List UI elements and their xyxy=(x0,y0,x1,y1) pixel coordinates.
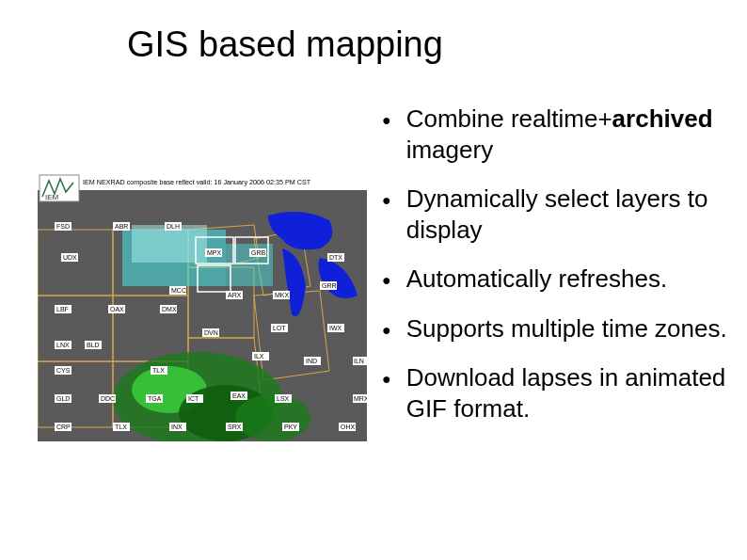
bullet-dot-icon: ● xyxy=(382,323,391,338)
svg-text:SRX: SRX xyxy=(228,424,242,430)
svg-text:OHX: OHX xyxy=(341,424,356,430)
svg-text:OAX: OAX xyxy=(110,306,124,312)
svg-text:LBF: LBF xyxy=(56,306,69,312)
bullet-text: Dynamically select layers to display xyxy=(406,184,739,245)
svg-text:INX: INX xyxy=(171,424,183,430)
svg-text:ARX: ARX xyxy=(228,292,242,298)
bullet-item: ●Automatically refreshes. xyxy=(382,264,739,295)
bullet-text: Combine realtime+archived imagery xyxy=(406,104,739,165)
svg-text:LSX: LSX xyxy=(277,395,290,402)
svg-text:CRP: CRP xyxy=(56,424,71,430)
svg-text:DLH: DLH xyxy=(167,223,180,230)
bullet-item: ●Supports multiple time zones. xyxy=(382,313,739,344)
svg-text:MPX: MPX xyxy=(207,249,222,256)
svg-text:ABR: ABR xyxy=(115,223,128,230)
bullet-text: Automatically refreshes. xyxy=(406,264,667,295)
svg-point-9 xyxy=(235,394,310,441)
svg-text:MCC: MCC xyxy=(171,287,186,294)
svg-text:TLX: TLX xyxy=(152,367,165,374)
bullet-list: ●Combine realtime+archived imagery●Dynam… xyxy=(382,104,739,442)
svg-text:LNX: LNX xyxy=(56,342,70,348)
svg-text:BLD: BLD xyxy=(87,342,100,348)
bullet-text: Supports multiple time zones. xyxy=(406,313,727,344)
svg-text:IND: IND xyxy=(306,358,317,364)
bullet-item: ●Combine realtime+archived imagery xyxy=(382,104,739,165)
svg-text:TGA: TGA xyxy=(148,395,162,402)
svg-text:UDX: UDX xyxy=(63,254,77,261)
bullet-item: ●Download lapses in animated GIF format. xyxy=(382,362,739,424)
svg-text:GRB: GRB xyxy=(251,249,266,256)
svg-text:FSD: FSD xyxy=(56,223,70,230)
svg-text:DMX: DMX xyxy=(162,306,177,312)
svg-text:DVN: DVN xyxy=(204,329,218,336)
svg-text:TLX: TLX xyxy=(115,424,127,430)
svg-text:ILN: ILN xyxy=(354,358,364,364)
radar-map-image: IEM IEM NEXRAD composite base reflect va… xyxy=(38,173,367,441)
bullet-dot-icon: ● xyxy=(382,113,391,128)
bullet-dot-icon: ● xyxy=(382,193,391,208)
svg-text:IWX: IWX xyxy=(329,325,342,331)
map-logo-text: IEM xyxy=(45,193,59,201)
svg-text:LOT: LOT xyxy=(273,325,286,331)
svg-text:EAX: EAX xyxy=(232,392,246,399)
svg-text:DTX: DTX xyxy=(329,254,342,261)
nexrad-map-svg: IEM IEM NEXRAD composite base reflect va… xyxy=(38,173,367,441)
map-caption: IEM NEXRAD composite base reflect valid:… xyxy=(83,178,311,186)
bullet-text: Download lapses in animated GIF format. xyxy=(406,362,739,424)
svg-text:CYS: CYS xyxy=(56,367,71,374)
svg-text:PKY: PKY xyxy=(284,424,297,430)
svg-text:ICT: ICT xyxy=(188,395,199,402)
svg-text:DDC: DDC xyxy=(101,395,115,402)
slide-title: GIS based mapping xyxy=(127,24,443,65)
bullet-item: ●Dynamically select layers to display xyxy=(382,184,739,245)
svg-text:GLD: GLD xyxy=(56,395,70,402)
svg-text:GRR: GRR xyxy=(322,282,337,289)
bullet-dot-icon: ● xyxy=(382,372,391,387)
svg-text:MRX: MRX xyxy=(354,395,367,402)
bullet-dot-icon: ● xyxy=(382,273,391,288)
svg-text:MKX: MKX xyxy=(275,292,290,298)
svg-text:ILX: ILX xyxy=(254,353,264,360)
